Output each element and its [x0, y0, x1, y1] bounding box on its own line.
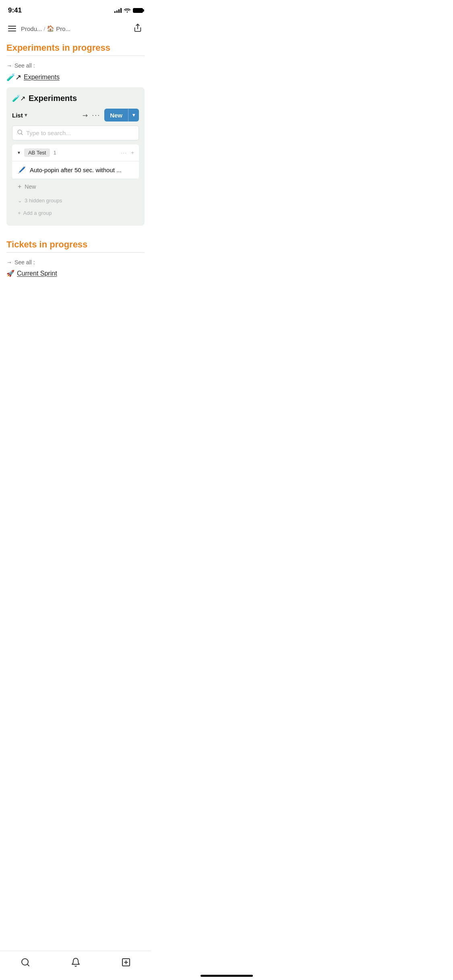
more-options-icon[interactable]: ···: [92, 111, 100, 119]
hidden-groups-chevron-icon: ⌄: [18, 198, 22, 204]
new-button-chevron-icon[interactable]: ▾: [128, 109, 139, 121]
db-toolbar: List ▾ ↗ ··· New ▾: [12, 109, 139, 121]
group-more-icon[interactable]: ···: [121, 150, 127, 156]
wifi-icon: [124, 8, 130, 14]
tickets-db-link-row[interactable]: 🚀 Current Sprint: [6, 268, 145, 281]
expand-icon[interactable]: ↗: [81, 111, 90, 120]
search-icon: [17, 130, 23, 136]
db-link-name: Experiments: [24, 74, 60, 81]
nav-bar: Produ... / 🏠 Pro...: [0, 18, 151, 39]
add-group-label: Add a group: [23, 210, 52, 216]
db-link-row[interactable]: 🧪↗ Experiments: [6, 71, 145, 86]
breadcrumb-item-2[interactable]: Pro...: [56, 25, 70, 32]
breadcrumb-item-1[interactable]: Produ...: [21, 25, 42, 32]
new-item-button[interactable]: + New: [12, 179, 139, 194]
search-container[interactable]: Type to search...: [12, 126, 139, 140]
tickets-see-all-link[interactable]: → See all :: [6, 257, 145, 268]
breadcrumb: Produ... / 🏠 Pro...: [21, 25, 128, 32]
breadcrumb-emoji: 🏠: [47, 25, 54, 32]
status-bar: 9:41: [0, 0, 151, 18]
tickets-db-emoji: 🚀: [6, 270, 14, 277]
view-chevron-icon: ▾: [25, 112, 27, 118]
experiments-section: Experiments in progress → See all : 🧪↗ E…: [6, 39, 145, 226]
signal-icon: [114, 8, 122, 13]
add-group-button[interactable]: + Add a group: [12, 207, 139, 219]
tickets-section: Tickets in progress → See all : 🚀 Curren…: [0, 232, 151, 281]
view-label: List: [12, 112, 23, 119]
group-count: 1: [53, 150, 56, 156]
see-all-label: See all :: [14, 62, 35, 69]
experiments-section-title: Experiments in progress: [6, 39, 145, 56]
db-emoji: 🧪↗: [6, 73, 21, 82]
item-icon: 🖊️: [18, 166, 26, 174]
see-all-arrow: →: [6, 62, 12, 69]
status-icons: [114, 8, 143, 14]
add-group-plus-icon: +: [18, 210, 21, 216]
breadcrumb-separator: /: [44, 26, 46, 32]
db-card-emoji: 🧪↗: [12, 95, 25, 102]
group-actions: ··· +: [121, 150, 134, 156]
hidden-groups-row[interactable]: ⌄ 3 hidden groups: [12, 194, 139, 207]
share-button[interactable]: [131, 21, 145, 36]
new-button[interactable]: New ▾: [104, 109, 139, 121]
new-item-label: New: [25, 183, 36, 190]
db-card: 🧪↗ Experiments List ▾ ↗ ··· New ▾: [6, 87, 145, 226]
hidden-groups-label: 3 hidden groups: [25, 198, 62, 204]
new-button-label: New: [104, 109, 128, 121]
tickets-db-name: Current Sprint: [17, 270, 57, 277]
section-divider: [6, 56, 145, 56]
group-add-icon[interactable]: +: [131, 150, 134, 156]
db-table: ▼ AB Test 1 ··· + 🖊️ Auto-popin after 50…: [12, 144, 139, 179]
status-time: 9:41: [8, 6, 22, 14]
item-title: Auto-popin after 50 sec. without ...: [30, 167, 133, 173]
plus-icon: +: [18, 183, 21, 190]
battery-icon: [133, 8, 143, 13]
view-selector[interactable]: List ▾: [12, 112, 27, 119]
db-card-header: 🧪↗ Experiments: [12, 94, 139, 103]
see-all-link[interactable]: → See all :: [6, 60, 145, 71]
hamburger-menu-button[interactable]: [6, 24, 18, 33]
tickets-divider: [6, 252, 145, 253]
group-row: ▼ AB Test 1 ··· +: [12, 144, 139, 161]
db-toolbar-right: ↗ ··· New ▾: [83, 109, 139, 121]
tickets-section-title: Tickets in progress: [6, 236, 145, 252]
search-input[interactable]: Type to search...: [26, 130, 134, 136]
main-content: Experiments in progress → See all : 🧪↗ E…: [0, 39, 151, 226]
group-expand-icon[interactable]: ▼: [17, 150, 21, 155]
group-tag: AB Test: [24, 148, 50, 157]
db-card-title: Experiments: [29, 94, 77, 103]
tickets-see-all-label: See all :: [14, 259, 35, 266]
tickets-see-all-arrow: →: [6, 259, 12, 266]
list-item[interactable]: 🖊️ Auto-popin after 50 sec. without ...: [12, 161, 139, 179]
